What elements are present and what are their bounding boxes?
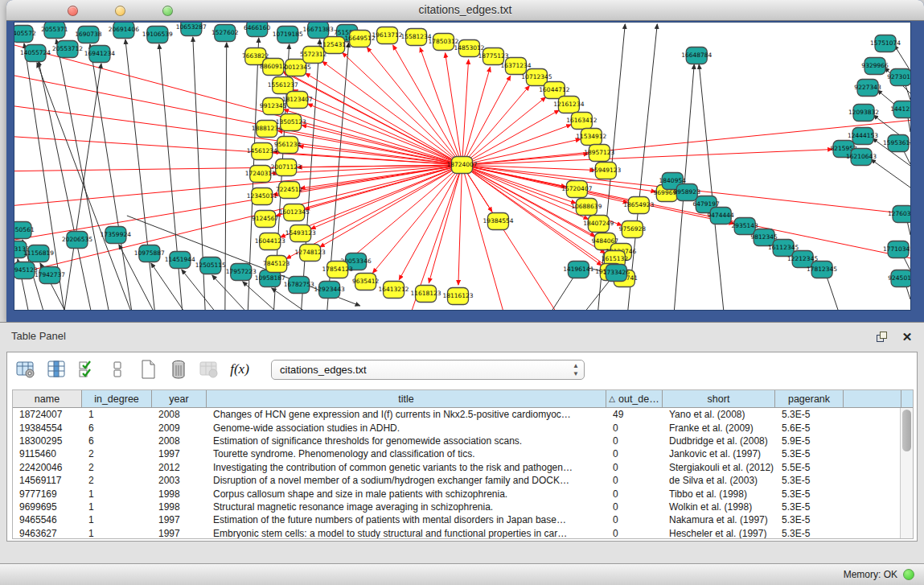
table-row[interactable]: 946362711997Embryonic stem cells: a mode… (13, 527, 900, 539)
graph-edge[interactable] (367, 47, 462, 165)
graph-node[interactable]: 9245012 (888, 270, 910, 287)
graph-node[interactable]: 7224512 (276, 182, 303, 199)
graph-node[interactable]: 16648784 (681, 47, 712, 64)
graph-node[interactable]: 10719185 (273, 27, 303, 43)
column-header-title[interactable]: title (207, 390, 606, 407)
table-row[interactable]: 977716911998Corpus callosum shape and si… (13, 487, 900, 500)
graph-edge[interactable] (462, 86, 530, 165)
delete-table-icon[interactable] (199, 359, 220, 380)
graph-node[interactable]: 10975887 (134, 245, 165, 262)
function-builder-icon[interactable]: f(x) (229, 359, 250, 380)
graph-node[interactable]: 12760345 (888, 206, 910, 223)
graph-edge[interactable] (462, 165, 577, 204)
graph-edge[interactable] (14, 165, 462, 280)
graph-node[interactable]: 17942737 (35, 267, 65, 284)
graph-edge[interactable] (458, 165, 462, 285)
graph-node[interactable]: 1733426 (603, 265, 630, 282)
graph-node[interactable]: 18407249 (583, 216, 614, 233)
graph-node[interactable]: 2055371 (41, 23, 68, 39)
graph-edge[interactable] (14, 103, 462, 165)
vertical-scrollbar[interactable] (900, 408, 913, 538)
graph-node[interactable]: 16044123 (255, 233, 285, 250)
graph-edge[interactable] (699, 64, 725, 310)
graph-edge[interactable] (462, 150, 833, 165)
graph-node[interactable]: 9329966 (861, 58, 889, 75)
select-columns-icon[interactable] (76, 359, 97, 380)
column-header-short[interactable]: short (663, 390, 775, 407)
delete-column-icon[interactable] (168, 359, 189, 380)
graph-node[interactable]: 9124567 (252, 211, 279, 228)
graph-node[interactable]: 12923443 (314, 282, 345, 299)
graph-edge[interactable] (151, 263, 191, 310)
close-panel-icon[interactable]: ✕ (900, 329, 914, 344)
column-header-pagerank[interactable]: pagerank (775, 390, 844, 407)
graph-node[interactable]: 16163412 (566, 113, 597, 130)
graph-edge[interactable] (446, 53, 462, 165)
graph-edge[interactable] (125, 39, 156, 310)
table-mode-icon[interactable] (15, 359, 36, 380)
graph-node[interactable]: 9350561 (14, 222, 35, 239)
graph-node[interactable]: 17957223 (226, 264, 257, 281)
network-canvas[interactable]: 1405572205537116907382069140619106539106… (14, 23, 910, 310)
table-row[interactable]: 1830029562008Estimation of significance … (13, 435, 900, 447)
graph-node[interactable]: 9756928 (619, 221, 647, 238)
graph-node[interactable]: 9561234 (274, 137, 302, 154)
graph-node[interactable]: 9273012 (887, 69, 910, 86)
graph-edge[interactable] (159, 44, 183, 310)
graph-edge[interactable] (182, 270, 224, 310)
show-column-icon[interactable] (46, 359, 67, 380)
graph-node[interactable]: 19613712 (372, 27, 403, 44)
float-panel-icon[interactable] (874, 329, 889, 344)
graph-edge[interactable] (462, 165, 513, 310)
row-height-icon[interactable] (107, 359, 128, 380)
graph-node[interactable]: 19106539 (142, 27, 173, 43)
scrollbar-thumb[interactable] (902, 410, 911, 451)
graph-node[interactable]: 15493123 (285, 225, 316, 242)
graph-edge[interactable] (90, 44, 133, 310)
graph-edge[interactable] (399, 165, 462, 280)
graph-edge[interactable] (373, 165, 462, 273)
graph-node[interactable]: 15949123 (590, 163, 621, 179)
graph-node[interactable]: 17359924 (101, 227, 131, 244)
graph-node[interactable]: 16413212 (379, 282, 409, 299)
graph-node[interactable]: 11451944 (165, 252, 195, 269)
graph-edge[interactable] (343, 53, 462, 165)
graph-edge[interactable] (306, 73, 462, 165)
graph-edge[interactable] (420, 47, 462, 165)
graph-node[interactable]: 5572312 (300, 47, 327, 64)
graph-edge[interactable] (56, 39, 111, 310)
graph-node[interactable]: 1690738 (75, 27, 102, 43)
table-row[interactable]: 2242004622012Investigating the contribut… (13, 461, 900, 474)
graph-node[interactable]: 17710345 (883, 241, 910, 258)
graph-node[interactable]: 16941234 (84, 46, 115, 63)
graph-node[interactable]: 12505115 (195, 257, 226, 274)
column-header-name[interactable]: name (13, 390, 82, 407)
graph-node[interactable]: 8860912 (260, 59, 287, 76)
table-row[interactable]: 1872400712008Changes of HCN gene express… (13, 408, 900, 421)
graph-node[interactable]: 9474444 (708, 208, 735, 225)
table-row[interactable]: 946554611997Estimation of the future num… (13, 513, 900, 526)
graph-node[interactable]: 15720407 (561, 181, 592, 198)
graph-edge[interactable] (311, 165, 462, 229)
table-row[interactable]: 1456911722003Disruption of a novel membe… (13, 474, 900, 487)
graph-node[interactable]: 14196141 (563, 262, 593, 278)
graph-node[interactable]: 20691406 (109, 23, 139, 39)
table-row[interactable]: 911546021997Tourette syndrome. Phenomeno… (13, 447, 900, 460)
graph-node[interactable]: 19384554 (483, 213, 513, 230)
graph-node[interactable]: 16671383 (303, 23, 334, 39)
column-header-year[interactable]: year (152, 390, 207, 407)
graph-node[interactable]: 1441234 (890, 101, 910, 118)
column-header-in_degree[interactable]: in_degree (82, 390, 152, 407)
graph-node[interactable]: 7845123 (263, 256, 290, 273)
graph-edge[interactable] (302, 125, 462, 165)
graph-node[interactable]: 1405572 (14, 26, 36, 43)
graph-node[interactable]: 16012345 (279, 204, 310, 221)
table-select-dropdown[interactable]: citations_edges.txt ▲▼ (271, 360, 585, 380)
column-header-filler[interactable] (844, 390, 901, 407)
graph-edge[interactable] (462, 97, 546, 165)
graph-edge[interactable] (462, 154, 589, 165)
graph-node[interactable]: 12093832 (848, 105, 879, 122)
graph-node[interactable]: 16782753 (284, 277, 314, 294)
graph-node[interactable]: 14561234 (247, 143, 277, 160)
graph-edge[interactable] (894, 45, 910, 71)
